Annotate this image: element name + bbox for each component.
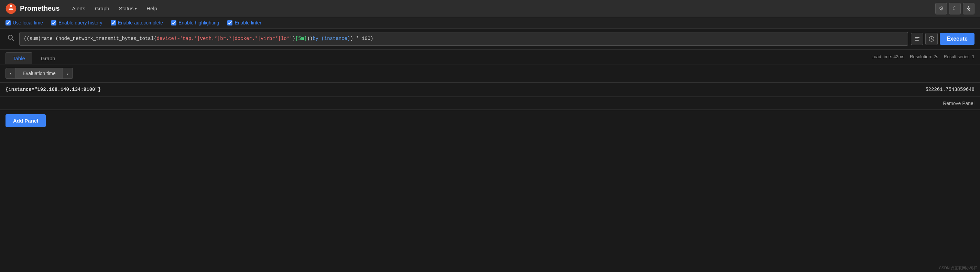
svg-point-6 — [8, 35, 13, 39]
navbar: Prometheus Alerts Graph Status ▾ Help ⚙ … — [0, 0, 980, 17]
enable-linter-label: Enable linter — [234, 20, 261, 26]
use-local-time-checkbox[interactable] — [5, 20, 11, 26]
accessibility-icon-button[interactable] — [963, 3, 975, 14]
eval-time-row: ‹ Evaluation time › — [0, 64, 980, 83]
settings-bar: Use local time Enable query history Enab… — [0, 17, 980, 29]
navbar-right: ⚙ ☾ — [935, 3, 975, 14]
nav-status[interactable]: Status ▾ — [115, 3, 141, 14]
tabs-list: Table Graph — [5, 52, 63, 64]
use-local-time-label: Use local time — [13, 20, 43, 26]
execute-button[interactable]: Execute — [940, 33, 975, 45]
enable-query-history-checkbox[interactable] — [51, 20, 56, 26]
chevron-down-icon: ▾ — [135, 6, 137, 11]
result-series: Result series: 1 — [943, 54, 975, 59]
table-area: ‹ Evaluation time › {instance="192.168.1… — [0, 64, 980, 109]
enable-autocomplete-toggle[interactable]: Enable autocomplete — [111, 20, 163, 26]
load-time: Load time: 42ms — [871, 54, 904, 59]
enable-autocomplete-label: Enable autocomplete — [118, 20, 163, 26]
remove-panel-button[interactable]: Remove Panel — [943, 101, 975, 106]
tab-graph[interactable]: Graph — [34, 52, 63, 64]
enable-linter-checkbox[interactable] — [227, 20, 232, 26]
eval-time-label: Evaluation time — [16, 68, 63, 79]
enable-highlighting-checkbox[interactable] — [171, 20, 177, 26]
nav-alerts[interactable]: Alerts — [68, 3, 89, 14]
remove-panel-bar: Remove Panel — [0, 97, 980, 109]
enable-query-history-label: Enable query history — [59, 20, 102, 26]
settings-icon-button[interactable]: ⚙ — [935, 3, 947, 14]
tab-table[interactable]: Table — [5, 52, 32, 64]
prometheus-logo — [5, 3, 16, 14]
svg-rect-8 — [915, 37, 920, 38]
metric-value: 522261.7543859648 — [626, 83, 980, 97]
tabs-bar: Table Graph Load time: 42ms Resolution: … — [0, 50, 980, 64]
theme-icon-button[interactable]: ☾ — [949, 3, 961, 14]
svg-point-0 — [6, 3, 16, 14]
svg-line-7 — [12, 39, 14, 41]
results-table: {instance="192.168.140.134:9100"} 522261… — [0, 83, 980, 97]
query-bar: ((sum(rate (node_network_transmit_bytes_… — [0, 29, 980, 50]
enable-linter-toggle[interactable]: Enable linter — [227, 20, 261, 26]
svg-rect-1 — [9, 9, 13, 10]
metric-label: {instance="192.168.140.134:9100"} — [0, 83, 626, 97]
app-title: Prometheus — [20, 5, 60, 13]
eval-time-next-button[interactable]: › — [63, 68, 73, 79]
enable-highlighting-label: Enable highlighting — [178, 20, 219, 26]
svg-point-4 — [10, 5, 12, 6]
metrics-explorer-button[interactable] — [925, 33, 938, 45]
resolution: Resolution: 2s — [910, 54, 938, 59]
svg-rect-9 — [915, 38, 918, 39]
tabs-meta: Load time: 42ms Resolution: 2s Result se… — [871, 54, 975, 62]
enable-query-history-toggle[interactable]: Enable query history — [51, 20, 102, 26]
enable-autocomplete-checkbox[interactable] — [111, 20, 116, 26]
svg-point-5 — [968, 6, 969, 8]
eval-time-prev-button[interactable]: ‹ — [5, 68, 16, 79]
enable-highlighting-toggle[interactable]: Enable highlighting — [171, 20, 219, 26]
nav-links: Alerts Graph Status ▾ Help — [68, 3, 935, 14]
use-local-time-toggle[interactable]: Use local time — [5, 20, 43, 26]
search-icon — [5, 32, 16, 45]
svg-rect-10 — [915, 40, 919, 41]
format-query-button[interactable] — [911, 33, 923, 45]
table-row: {instance="192.168.140.134:9100"} 522261… — [0, 83, 980, 97]
nav-graph[interactable]: Graph — [91, 3, 113, 14]
svg-rect-2 — [10, 8, 13, 8]
add-panel-bar: Add Panel — [0, 109, 980, 131]
add-panel-button[interactable]: Add Panel — [5, 114, 46, 127]
nav-help[interactable]: Help — [142, 3, 161, 14]
query-input[interactable]: ((sum(rate (node_network_transmit_bytes_… — [19, 32, 908, 46]
query-actions: Execute — [911, 33, 975, 45]
